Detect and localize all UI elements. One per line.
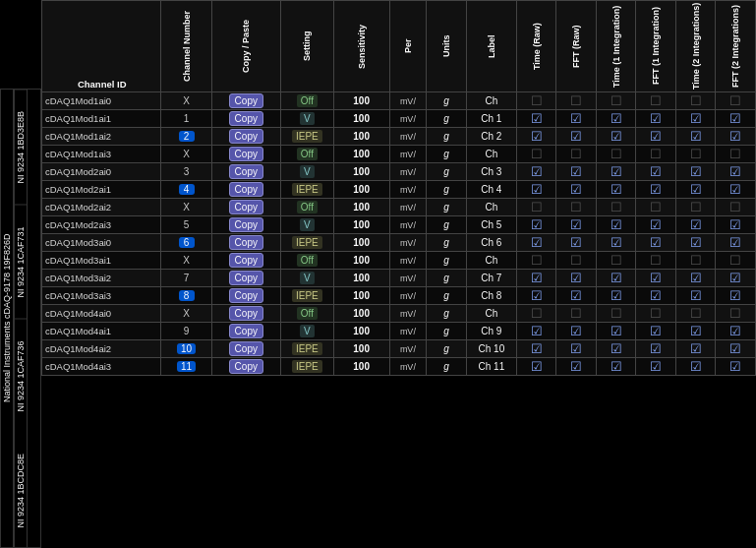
time-1int-cb[interactable]: ☑ (596, 323, 635, 340)
fft-1int-cb[interactable]: ☑ (636, 163, 675, 181)
fft-2int-cb[interactable]: ☑ (716, 163, 756, 181)
fft-2int-cb[interactable]: ☑ (716, 181, 756, 199)
time-2int-cb[interactable]: ☐ (675, 199, 715, 216)
time-2int-cb[interactable]: ☑ (675, 287, 715, 305)
fft-2int-cb[interactable]: ☑ (716, 234, 756, 252)
fft-raw-cb[interactable]: ☐ (556, 305, 596, 323)
fft-2int-cb[interactable]: ☐ (716, 199, 756, 216)
time-raw-cb[interactable]: ☑ (517, 234, 556, 252)
copy-cell[interactable]: Copy (211, 163, 280, 181)
fft-raw-cb[interactable]: ☐ (556, 146, 596, 163)
copy-cell[interactable]: Copy (211, 252, 280, 270)
fft-1int-cb[interactable]: ☑ (636, 287, 675, 305)
fft-1int-cb[interactable]: ☑ (636, 358, 675, 376)
copy-button[interactable]: Copy (229, 235, 263, 250)
copy-button[interactable]: Copy (229, 129, 263, 144)
fft-1int-cb[interactable]: ☑ (636, 340, 675, 358)
time-1int-cb[interactable]: ☐ (596, 92, 635, 110)
fft-2int-cb[interactable]: ☐ (716, 146, 756, 163)
fft-raw-cb[interactable]: ☑ (556, 234, 596, 252)
fft-2int-cb[interactable]: ☐ (716, 92, 756, 110)
copy-cell[interactable]: Copy (211, 128, 280, 146)
time-raw-cb[interactable]: ☑ (517, 181, 556, 199)
time-2int-cb[interactable]: ☑ (675, 128, 715, 146)
time-raw-cb[interactable]: ☑ (517, 163, 556, 181)
time-2int-cb[interactable]: ☑ (675, 216, 715, 234)
time-raw-cb[interactable]: ☐ (517, 92, 556, 110)
time-2int-cb[interactable]: ☐ (675, 146, 715, 163)
fft-raw-cb[interactable]: ☑ (556, 270, 596, 287)
time-1int-cb[interactable]: ☑ (596, 181, 635, 199)
time-raw-cb[interactable]: ☐ (517, 252, 556, 270)
fft-1int-cb[interactable]: ☑ (636, 181, 675, 199)
copy-cell[interactable]: Copy (211, 216, 280, 234)
time-2int-cb[interactable]: ☑ (675, 181, 715, 199)
time-1int-cb[interactable]: ☑ (596, 234, 635, 252)
copy-cell[interactable]: Copy (211, 340, 280, 358)
copy-cell[interactable]: Copy (211, 358, 280, 376)
copy-button[interactable]: Copy (229, 217, 263, 232)
time-1int-cb[interactable]: ☑ (596, 270, 635, 287)
fft-2int-cb[interactable]: ☑ (716, 340, 756, 358)
fft-raw-cb[interactable]: ☑ (556, 216, 596, 234)
copy-button[interactable]: Copy (229, 182, 263, 197)
time-1int-cb[interactable]: ☑ (596, 358, 635, 376)
copy-button[interactable]: Copy (229, 253, 263, 268)
time-2int-cb[interactable]: ☐ (675, 252, 715, 270)
time-2int-cb[interactable]: ☑ (675, 323, 715, 340)
copy-button[interactable]: Copy (229, 359, 263, 374)
fft-1int-cb[interactable]: ☑ (636, 323, 675, 340)
copy-button[interactable]: Copy (229, 341, 263, 356)
time-raw-cb[interactable]: ☐ (517, 199, 556, 216)
time-raw-cb[interactable]: ☑ (517, 216, 556, 234)
time-1int-cb[interactable]: ☐ (596, 252, 635, 270)
fft-1int-cb[interactable]: ☑ (636, 216, 675, 234)
time-1int-cb[interactable]: ☑ (596, 340, 635, 358)
fft-2int-cb[interactable]: ☑ (716, 216, 756, 234)
time-raw-cb[interactable]: ☑ (517, 128, 556, 146)
copy-button[interactable]: Copy (229, 93, 263, 108)
fft-2int-cb[interactable]: ☑ (716, 358, 756, 376)
fft-raw-cb[interactable]: ☑ (556, 340, 596, 358)
fft-1int-cb[interactable]: ☐ (636, 146, 675, 163)
copy-button[interactable]: Copy (229, 164, 263, 179)
fft-raw-cb[interactable]: ☑ (556, 163, 596, 181)
copy-button[interactable]: Copy (229, 306, 263, 321)
copy-cell[interactable]: Copy (211, 199, 280, 216)
copy-cell[interactable]: Copy (211, 270, 280, 287)
copy-cell[interactable]: Copy (211, 181, 280, 199)
time-2int-cb[interactable]: ☐ (675, 305, 715, 323)
fft-raw-cb[interactable]: ☑ (556, 128, 596, 146)
time-2int-cb[interactable]: ☐ (675, 92, 715, 110)
copy-button[interactable]: Copy (229, 111, 263, 126)
copy-button[interactable]: Copy (229, 288, 263, 303)
fft-raw-cb[interactable]: ☐ (556, 92, 596, 110)
time-raw-cb[interactable]: ☐ (517, 146, 556, 163)
time-2int-cb[interactable]: ☑ (675, 340, 715, 358)
copy-cell[interactable]: Copy (211, 110, 280, 128)
time-1int-cb[interactable]: ☑ (596, 128, 635, 146)
copy-button[interactable]: Copy (229, 271, 263, 285)
fft-2int-cb[interactable]: ☑ (716, 323, 756, 340)
time-1int-cb[interactable]: ☐ (596, 199, 635, 216)
fft-2int-cb[interactable]: ☑ (716, 110, 756, 128)
time-1int-cb[interactable]: ☑ (596, 287, 635, 305)
time-raw-cb[interactable]: ☑ (517, 287, 556, 305)
fft-1int-cb[interactable]: ☐ (636, 252, 675, 270)
copy-cell[interactable]: Copy (211, 234, 280, 252)
fft-raw-cb[interactable]: ☐ (556, 199, 596, 216)
copy-button[interactable]: Copy (229, 147, 263, 161)
time-1int-cb[interactable]: ☐ (596, 305, 635, 323)
fft-1int-cb[interactable]: ☐ (636, 305, 675, 323)
time-raw-cb[interactable]: ☐ (517, 305, 556, 323)
time-2int-cb[interactable]: ☑ (675, 358, 715, 376)
time-raw-cb[interactable]: ☑ (517, 323, 556, 340)
copy-cell[interactable]: Copy (211, 92, 280, 110)
fft-raw-cb[interactable]: ☑ (556, 323, 596, 340)
fft-1int-cb[interactable]: ☑ (636, 110, 675, 128)
fft-1int-cb[interactable]: ☐ (636, 199, 675, 216)
fft-raw-cb[interactable]: ☑ (556, 181, 596, 199)
copy-cell[interactable]: Copy (211, 305, 280, 323)
fft-2int-cb[interactable]: ☐ (716, 305, 756, 323)
copy-cell[interactable]: Copy (211, 323, 280, 340)
